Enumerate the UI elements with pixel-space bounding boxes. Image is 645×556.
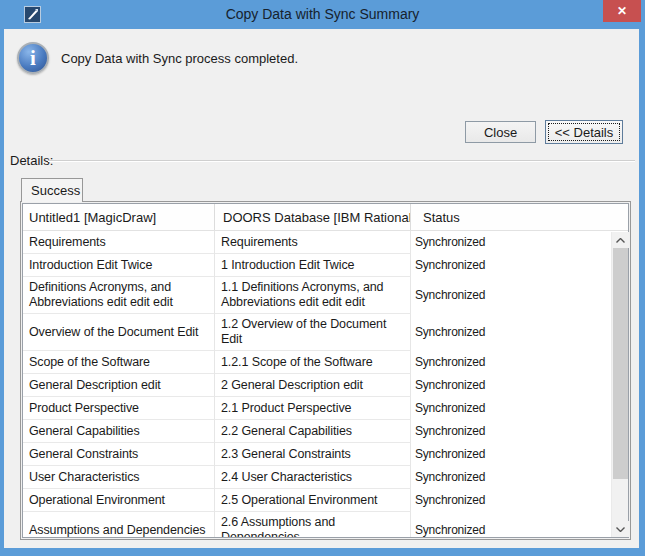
table-cell-doors: 1 Introduction Edit Twice [215,254,411,277]
details-section-label: Details: [10,153,53,168]
table-cell-magicdraw: Assumptions and Dependencies [23,512,215,537]
table-cell-doors: 2.1 Product Perspective [215,397,411,420]
table-cell-magicdraw: Operational Environment [23,489,215,512]
table-cell-doors: 2.3 General Constraints [215,443,411,466]
table-cell-magicdraw: General Constraints [23,443,215,466]
table-cell-doors: 2.2 General Capabilities [215,420,411,443]
table-row[interactable]: RequirementsRequirementsSynchronized [23,231,611,254]
column-header-status[interactable]: Status [411,204,611,230]
table-row[interactable]: Overview of the Document Edit1.2 Overvie… [23,314,611,351]
table-cell-status: Synchronized [411,466,611,489]
title-bar[interactable]: Copy Data with Sync Summary ✕ [0,0,645,29]
table-cell-magicdraw: Overview of the Document Edit [23,314,215,351]
column-header-magicdraw[interactable]: Untitled1 [MagicDraw] [23,204,215,230]
table-cell-magicdraw: Scope of the Software [23,351,215,374]
table-cell-magicdraw: User Characteristics [23,466,215,489]
table-cell-doors: Requirements [215,231,411,254]
table-cell-status: Synchronized [411,512,611,537]
success-tab-panel: Untitled1 [MagicDraw] DOORS Database [IB… [20,201,631,540]
status-message: Copy Data with Sync process completed. [61,51,298,66]
details-toggle-button[interactable]: << Details [545,120,623,144]
details-separator-line [48,160,635,162]
table-cell-status: Synchronized [411,351,611,374]
table-header-row: Untitled1 [MagicDraw] DOORS Database [IB… [23,204,628,231]
table-cell-magicdraw: Product Perspective [23,397,215,420]
table-cell-doors: 1.2 Overview of the Document Edit [215,314,411,351]
table-cell-status: Synchronized [411,443,611,466]
header-scrollbar-spacer [611,204,628,230]
table-cell-status: Synchronized [411,231,611,254]
table-cell-doors: 1.2.1 Scope of the Software [215,351,411,374]
table-row[interactable]: General Constraints2.3 General Constrain… [23,443,611,466]
chevron-up-icon [616,238,625,243]
table-cell-doors: 2 General Description edit [215,374,411,397]
column-header-doors[interactable]: DOORS Database [IBM Rational DO... [215,204,411,230]
table-row[interactable]: General Capabilities2.2 General Capabili… [23,420,611,443]
sync-results-table: Untitled1 [MagicDraw] DOORS Database [IB… [22,203,629,538]
table-cell-magicdraw: General Capabilities [23,420,215,443]
table-cell-magicdraw: General Description edit [23,374,215,397]
table-row[interactable]: Scope of the Software1.2.1 Scope of the … [23,351,611,374]
table-cell-status: Synchronized [411,374,611,397]
dialog-content: i Copy Data with Sync process completed.… [4,29,639,548]
table-row[interactable]: Product Perspective2.1 Product Perspecti… [23,397,611,420]
vertical-scrollbar[interactable] [611,232,628,537]
info-icon-glyph: i [30,48,36,69]
scroll-up-button[interactable] [612,232,629,248]
info-icon: i [17,42,49,74]
tab-success[interactable]: Success [21,178,83,202]
table-cell-magicdraw: Definitions Acronyms, and Abbreviations … [23,277,215,314]
table-cell-status: Synchronized [411,254,611,277]
close-icon: ✕ [617,4,627,18]
table-row[interactable]: Definitions Acronyms, and Abbreviations … [23,277,611,314]
table-cell-doors: 1.1 Definitions Acronyms, and Abbreviati… [215,277,411,314]
table-row[interactable]: Assumptions and Dependencies2.6 Assumpti… [23,512,611,537]
scroll-down-button[interactable] [612,521,629,537]
chevron-down-icon [616,527,625,532]
table-cell-status: Synchronized [411,420,611,443]
table-row[interactable]: Operational Environment2.5 Operational E… [23,489,611,512]
table-cell-status: Synchronized [411,314,611,351]
close-button[interactable]: Close [465,121,536,143]
table-cell-magicdraw: Introduction Edit Twice [23,254,215,277]
close-window-button[interactable]: ✕ [603,0,641,22]
table-cell-status: Synchronized [411,397,611,420]
table-row[interactable]: User Characteristics2.4 User Characteris… [23,466,611,489]
table-cell-doors: 2.5 Operational Environment [215,489,411,512]
table-row[interactable]: General Description edit2 General Descri… [23,374,611,397]
copy-data-sync-summary-dialog: Copy Data with Sync Summary ✕ i Copy Dat… [0,0,645,556]
window-title: Copy Data with Sync Summary [0,0,645,29]
table-cell-magicdraw: Requirements [23,231,215,254]
table-cell-doors: 2.4 User Characteristics [215,466,411,489]
table-cell-doors: 2.6 Assumptions and Dependencies [215,512,411,537]
table-body: RequirementsRequirementsSynchronizedIntr… [23,231,628,537]
scrollbar-thumb[interactable] [613,248,628,479]
table-cell-status: Synchronized [411,489,611,512]
tab-success-label: Success [31,183,80,198]
table-cell-status: Synchronized [411,277,611,314]
table-row[interactable]: Introduction Edit Twice1 Introduction Ed… [23,254,611,277]
